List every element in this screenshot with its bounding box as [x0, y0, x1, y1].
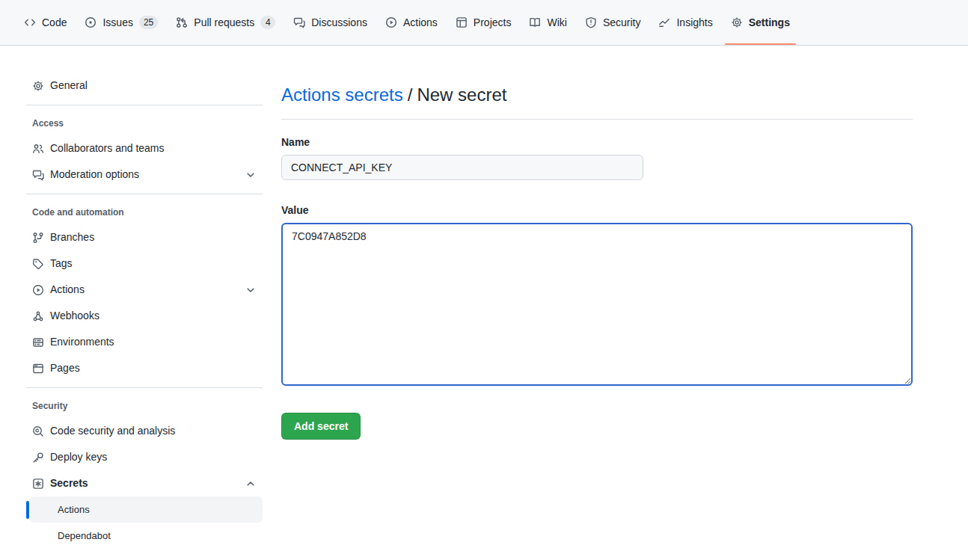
webhook-icon	[32, 310, 44, 322]
table-icon	[456, 16, 468, 28]
sidebar-item-label: Secrets	[50, 476, 88, 491]
tab-insights[interactable]: Insights	[652, 0, 718, 45]
tab-label: Discussions	[311, 16, 367, 28]
code-icon	[24, 16, 36, 28]
tab-security[interactable]: Security	[579, 0, 647, 45]
tab-actions[interactable]: Actions	[379, 0, 444, 45]
comment-discussion-icon	[293, 16, 305, 28]
new-secret-panel: Actions secrets/New secret Name Value 7C…	[281, 46, 913, 549]
sidebar-item-label: Code security and analysis	[50, 423, 175, 439]
page-body: General Access Collaborators and teams M…	[0, 46, 968, 549]
repo-tab-bar: Code Issues 25 Pull requests 4 Discussio…	[0, 0, 968, 46]
sidebar-subitem-dependabot-secrets[interactable]: Dependabot	[26, 523, 263, 549]
sidebar-divider	[26, 387, 263, 388]
sidebar-item-label: Webhooks	[50, 308, 99, 324]
chevron-down-icon	[245, 169, 257, 181]
pull-requests-count-badge: 4	[260, 16, 275, 29]
key-asterisk-icon	[32, 478, 44, 490]
tab-issues[interactable]: Issues 25	[79, 0, 164, 45]
shield-icon	[585, 16, 597, 28]
settings-sidebar: General Access Collaborators and teams M…	[26, 46, 263, 549]
sidebar-subitem-label: Actions	[58, 502, 90, 517]
tab-code[interactable]: Code	[18, 0, 73, 45]
secret-name-input[interactable]	[281, 155, 643, 180]
issues-count-badge: 25	[139, 16, 158, 29]
sidebar-section-code-automation: Code and automation	[26, 200, 263, 224]
tab-label: Security	[603, 16, 641, 28]
sidebar-item-moderation-options[interactable]: Moderation options	[26, 161, 263, 188]
sidebar-item-environments[interactable]: Environments	[26, 329, 263, 355]
book-icon	[529, 16, 541, 28]
tab-settings[interactable]: Settings	[725, 0, 796, 45]
sidebar-item-code-security[interactable]: Code security and analysis	[26, 418, 263, 444]
git-branch-icon	[32, 232, 44, 244]
tab-projects[interactable]: Projects	[450, 0, 518, 45]
people-icon	[32, 143, 44, 155]
active-tab-underline	[725, 43, 796, 45]
gear-icon	[32, 80, 44, 92]
breadcrumb-separator: /	[408, 84, 413, 105]
play-icon	[385, 16, 397, 28]
browser-icon	[32, 363, 44, 375]
play-icon	[32, 284, 44, 296]
sidebar-item-actions[interactable]: Actions	[26, 277, 263, 303]
codescan-icon	[32, 425, 44, 437]
tab-label: Wiki	[547, 16, 566, 28]
sidebar-item-label: Collaborators and teams	[50, 141, 165, 156]
secret-value-textarea[interactable]: 7C0947A852D8	[281, 223, 913, 386]
chevron-up-icon	[245, 478, 257, 490]
sidebar-section-security: Security	[26, 394, 263, 418]
tab-discussions[interactable]: Discussions	[287, 0, 373, 45]
tab-label: Code	[42, 16, 67, 28]
sidebar-divider	[26, 105, 263, 105]
tab-label: Issues	[102, 16, 132, 28]
breadcrumb-current: New secret	[417, 84, 506, 105]
name-label: Name	[281, 135, 913, 150]
sidebar-item-label: Tags	[50, 256, 73, 271]
tab-wiki[interactable]: Wiki	[523, 0, 572, 45]
sidebar-item-label: Deploy keys	[50, 449, 107, 465]
sidebar-item-label: Pages	[50, 360, 80, 376]
sidebar-item-general[interactable]: General	[26, 73, 263, 99]
sidebar-item-collaborators[interactable]: Collaborators and teams	[26, 135, 263, 161]
sidebar-item-tags[interactable]: Tags	[26, 250, 263, 277]
graph-icon	[658, 16, 670, 28]
sidebar-item-secrets[interactable]: Secrets	[26, 470, 263, 496]
git-pull-request-icon	[176, 16, 188, 28]
title-divider	[281, 119, 913, 120]
sidebar-subitem-actions-secrets[interactable]: Actions	[30, 496, 263, 523]
sidebar-item-label: General	[50, 78, 88, 93]
comment-discussion-icon	[32, 169, 44, 181]
sidebar-item-label: Branches	[50, 230, 94, 245]
sidebar-divider	[26, 194, 263, 194]
sidebar-item-label: Actions	[50, 282, 85, 298]
value-label: Value	[281, 203, 913, 218]
key-icon	[32, 452, 44, 464]
tab-label: Settings	[749, 16, 790, 28]
tab-pull-requests[interactable]: Pull requests 4	[170, 0, 281, 45]
gear-icon	[731, 16, 743, 28]
sidebar-item-branches[interactable]: Branches	[26, 224, 263, 250]
tab-label: Projects	[474, 16, 512, 28]
server-icon	[32, 336, 44, 348]
actions-secrets-breadcrumb-link[interactable]: Actions secrets	[281, 84, 403, 105]
tab-label: Insights	[676, 16, 712, 28]
sidebar-item-deploy-keys[interactable]: Deploy keys	[26, 444, 263, 470]
add-secret-button[interactable]: Add secret	[281, 413, 361, 440]
chevron-down-icon	[245, 284, 257, 296]
sidebar-item-label: Environments	[50, 334, 114, 350]
sidebar-item-pages[interactable]: Pages	[26, 355, 263, 381]
sidebar-subitem-label: Dependabot	[58, 529, 111, 543]
page-title: Actions secrets/New secret	[281, 83, 913, 107]
tab-label: Actions	[403, 16, 438, 28]
issue-opened-icon	[85, 16, 97, 28]
active-indicator-bar	[26, 501, 29, 519]
tab-label: Pull requests	[194, 16, 254, 28]
tag-icon	[32, 258, 44, 270]
sidebar-section-access: Access	[26, 111, 263, 135]
sidebar-item-label: Moderation options	[50, 167, 139, 182]
sidebar-item-webhooks[interactable]: Webhooks	[26, 303, 263, 329]
